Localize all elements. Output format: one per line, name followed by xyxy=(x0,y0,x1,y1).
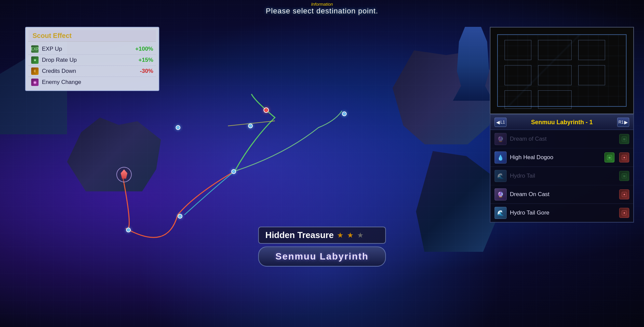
scout-drop-value: +15% xyxy=(138,57,153,63)
nav-right-icon: ▶ xyxy=(624,120,628,125)
scout-row-enemy: ◉ Enemy Change xyxy=(28,77,156,88)
scout-row-exp: EXP EXP Up +100% xyxy=(28,44,156,55)
dream-on-cast-name: Dream On Cast xyxy=(510,191,616,198)
rock-formation-top-right xyxy=(393,50,500,144)
skill-row-hydro-tail-gore[interactable]: 🌊 Hydro Tail Gore ✦ xyxy=(490,204,633,222)
hidden-treasure-box: Hidden Treasure ★ ★ ★ xyxy=(258,227,386,244)
svg-text:✦: ✦ xyxy=(623,211,626,215)
scout-exp-label: EXP Up xyxy=(42,46,135,52)
nav-left-label: L1 xyxy=(501,120,505,125)
dream-of-cast-badge-green: ≋ xyxy=(619,134,629,144)
dream-on-cast-icon: 🔮 xyxy=(494,188,507,200)
map-node-3[interactable] xyxy=(178,214,182,219)
rock-formation-center-left xyxy=(67,118,161,191)
nav-right-label: R1 xyxy=(619,120,624,125)
scout-enemy-label: Enemy Change xyxy=(42,79,153,86)
skill-row-hydro-tail[interactable]: 🌊 Hydro Tail ≋ xyxy=(490,167,633,185)
scout-row-credits: ¢ Credits Down -30% xyxy=(28,66,156,77)
skill-list-title: Senmuu Labyrinth - 1 xyxy=(507,119,617,126)
scout-credits-value: -30% xyxy=(140,68,153,75)
right-panel: ◀ L1 Senmuu Labyrinth - 1 R1 ▶ 🔮 Dream o… xyxy=(490,27,634,223)
scout-credits-label: Credits Down xyxy=(42,68,140,75)
high-heal-dogoo-icon: 💧 xyxy=(494,151,507,164)
map-preview xyxy=(490,27,634,114)
skill-row-dream-on-cast[interactable]: 🔮 Dream On Cast ✦ xyxy=(490,185,633,204)
high-heal-dogoo-name: High Heal Dogoo xyxy=(510,154,601,161)
hydro-tail-gore-icon: 🌊 xyxy=(494,207,507,219)
scout-exp-value: +100% xyxy=(135,46,153,52)
scout-effect-title: Scout Effect xyxy=(28,30,156,42)
map-node-5[interactable] xyxy=(176,125,180,130)
player-marker xyxy=(116,165,132,185)
info-bar: Information Please select destination po… xyxy=(259,0,385,17)
nav-left-icon: ◀ xyxy=(496,120,500,125)
hydro-tail-gore-badge-red: ✦ xyxy=(619,208,629,218)
scout-row-drop: ★ Drop Rate Up +15% xyxy=(28,55,156,66)
svg-text:✦: ✦ xyxy=(623,156,626,159)
star-2: ★ xyxy=(347,231,354,240)
dungeon-label: Senmuu Labyrinth xyxy=(258,246,386,267)
nav-left-button[interactable]: ◀ L1 xyxy=(494,118,507,127)
skill-row-high-heal-dogoo[interactable]: 💧 High Heal Dogoo ≋ ✦ xyxy=(490,148,633,167)
high-heal-dogoo-badge-red: ✦ xyxy=(619,152,629,162)
dream-of-cast-name: Dream of Cast xyxy=(510,136,616,142)
svg-text:≋: ≋ xyxy=(608,156,611,159)
svg-text:✦: ✦ xyxy=(623,193,626,196)
star-1: ★ xyxy=(337,231,344,240)
hydro-tail-name: Hydro Tail xyxy=(510,173,616,179)
svg-text:≋: ≋ xyxy=(623,137,626,141)
drop-icon: ★ xyxy=(31,56,39,64)
enemy-icon: ◉ xyxy=(31,79,39,86)
exp-icon: EXP xyxy=(31,45,39,53)
map-node-boss[interactable] xyxy=(264,107,269,113)
map-node-4[interactable] xyxy=(126,228,131,232)
skill-list-panel: ◀ L1 Senmuu Labyrinth - 1 R1 ▶ 🔮 Dream o… xyxy=(490,114,634,223)
nav-right-button[interactable]: R1 ▶ xyxy=(617,118,629,127)
map-node-2[interactable] xyxy=(231,169,236,174)
hydro-tail-icon: 🌊 xyxy=(494,170,507,182)
tower-structure xyxy=(453,27,493,101)
dungeon-name-text: Senmuu Labyrinth xyxy=(276,251,369,262)
rock-formation-bottom-right xyxy=(416,151,500,252)
info-label: Information xyxy=(266,2,378,7)
hydro-tail-gore-name: Hydro Tail Gore xyxy=(510,209,616,216)
location-labels: Hidden Treasure ★ ★ ★ Senmuu Labyrinth xyxy=(258,227,386,267)
map-node-1[interactable] xyxy=(248,124,253,128)
skill-list-header: ◀ L1 Senmuu Labyrinth - 1 R1 ▶ xyxy=(490,115,633,130)
skill-row-dream-of-cast[interactable]: 🔮 Dream of Cast ≋ xyxy=(490,130,633,148)
high-heal-dogoo-badge-green: ≋ xyxy=(604,152,614,162)
dream-on-cast-badge-red: ✦ xyxy=(619,189,629,199)
scout-drop-label: Drop Rate Up xyxy=(42,57,138,63)
svg-text:≋: ≋ xyxy=(623,174,626,178)
info-message: Please select destination point. xyxy=(266,7,378,15)
star-3: ★ xyxy=(357,231,364,240)
credits-icon: ¢ xyxy=(31,67,39,75)
map-node-6[interactable] xyxy=(342,111,347,116)
hydro-tail-badge-green: ≋ xyxy=(619,171,629,181)
map-preview-inner xyxy=(490,28,633,113)
dream-of-cast-icon: 🔮 xyxy=(494,133,507,145)
hidden-treasure-text: Hidden Treasure xyxy=(266,230,334,240)
preview-grid xyxy=(497,34,627,107)
scout-effect-panel: Scout Effect EXP EXP Up +100% ★ Drop Rat… xyxy=(25,27,159,91)
